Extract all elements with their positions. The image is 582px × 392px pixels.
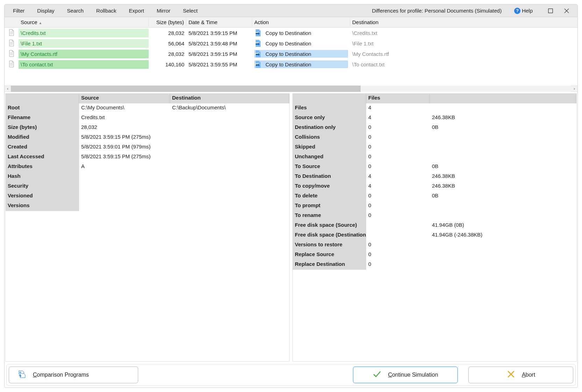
- document-icon: [8, 39, 15, 46]
- stat-row: To rename0: [293, 211, 576, 221]
- stat-row: Replace Source0: [293, 250, 576, 260]
- document-icon: [8, 60, 15, 67]
- stat-row: Free disk space (Source)41.94GB (0B): [293, 221, 576, 231]
- stat-value: 0: [366, 240, 430, 250]
- scroll-left-icon[interactable]: ‹: [5, 86, 11, 92]
- stat-label: To copy/move: [293, 182, 366, 191]
- stat-value2: 41.94GB (-246.38KB): [430, 231, 576, 240]
- stat-row: To delete00B: [293, 191, 576, 201]
- scroll-right-icon[interactable]: ›: [571, 86, 577, 92]
- stat-row: Replace Destination0: [293, 260, 576, 270]
- action-cell[interactable]: Copy to Destination: [254, 50, 348, 58]
- menu-select[interactable]: Select: [177, 6, 203, 15]
- svg-rect-0: [548, 9, 553, 13]
- action-cell[interactable]: Copy to Destination: [254, 29, 348, 37]
- menu-display[interactable]: Display: [31, 6, 60, 15]
- window-close-button[interactable]: [559, 6, 575, 16]
- stat-value: 4: [366, 113, 430, 123]
- horizontal-scrollbar[interactable]: ‹ ›: [5, 86, 577, 92]
- detail-label: Filename: [6, 113, 79, 123]
- help-button[interactable]: ? Help: [509, 8, 538, 14]
- date-cell: 5/8/2021 3:59:15 PM: [186, 50, 252, 58]
- stat-value2: [430, 250, 576, 260]
- detail-label: Created: [6, 143, 79, 152]
- menu-search[interactable]: Search: [62, 6, 90, 15]
- table-row[interactable]: \File 1.txt56,0645/8/2021 3:59:48 PMCopy…: [5, 38, 577, 49]
- detail-value: Credits.txt: [79, 113, 170, 123]
- table-row[interactable]: \My Contacts.rtf28,0325/8/2021 3:59:15 P…: [5, 49, 577, 59]
- stat-value: 0: [366, 133, 430, 143]
- detail-value: [79, 182, 170, 191]
- detail-value: 5/8/2021 3:59:15 PM (275ms): [79, 152, 170, 162]
- detail-label: Modified: [6, 133, 79, 143]
- column-headers: Source▲ Size (bytes) Date & Time Action …: [5, 17, 577, 28]
- column-destination[interactable]: Destination: [350, 18, 577, 27]
- column-size[interactable]: Size (bytes): [149, 18, 186, 27]
- window-maximize-button[interactable]: [542, 6, 559, 16]
- column-date[interactable]: Date & Time: [186, 18, 252, 27]
- detail-label: Size (bytes): [6, 123, 79, 133]
- detail-value: [79, 191, 170, 201]
- size-cell: 56,064: [149, 39, 186, 48]
- menu-rollback[interactable]: Rollback: [91, 6, 122, 15]
- stat-value: 0: [366, 201, 430, 211]
- stat-value2: [430, 260, 576, 270]
- size-cell: 28,032: [149, 29, 186, 37]
- menu-export[interactable]: Export: [123, 6, 150, 15]
- stat-row: Collisions0: [293, 133, 576, 143]
- stat-value2: [430, 133, 576, 143]
- stat-value2: [430, 240, 576, 250]
- table-row[interactable]: \Credits.txt28,0325/8/2021 3:59:15 PMCop…: [5, 28, 577, 38]
- action-cell[interactable]: Copy to Destination: [254, 39, 348, 47]
- stat-label: Replace Destination: [293, 260, 366, 270]
- detail-label: Versioned: [6, 191, 79, 201]
- stat-label: To Source: [293, 162, 366, 172]
- detail-label: Root: [6, 103, 79, 113]
- details-header-dest: Destination: [170, 94, 289, 103]
- menu-mirror[interactable]: Mirror: [151, 6, 176, 15]
- stat-value2: [430, 152, 576, 162]
- source-cell: \Credits.txt: [19, 29, 149, 37]
- stat-value2: [430, 143, 576, 152]
- stat-row: To prompt0: [293, 201, 576, 211]
- stat-value: 0: [366, 162, 430, 172]
- abort-button[interactable]: Abort: [468, 366, 573, 383]
- detail-value: [79, 201, 170, 211]
- footer-buttons: Comparison Programs Continue Simulation …: [6, 364, 576, 386]
- detail-label: Hash: [6, 172, 79, 182]
- stat-row: Files4: [293, 103, 576, 113]
- comparison-programs-button[interactable]: Comparison Programs: [9, 366, 138, 383]
- source-cell: \My Contacts.rtf: [19, 50, 149, 58]
- action-cell[interactable]: Copy to Destination: [254, 60, 348, 68]
- help-label: Help: [522, 8, 533, 14]
- column-source[interactable]: Source▲: [19, 18, 149, 27]
- stat-label: Files: [293, 103, 366, 113]
- stat-value: 4: [366, 172, 430, 182]
- menu-filter[interactable]: Filter: [7, 6, 30, 15]
- destination-cell: \File 1.txt: [350, 39, 577, 48]
- stat-value: 0: [366, 123, 430, 133]
- table-row[interactable]: \To contact.txt140,1605/8/2021 3:59:55 P…: [5, 59, 577, 70]
- stat-label: Collisions: [293, 133, 366, 143]
- stat-value: 0: [366, 211, 430, 221]
- continue-simulation-button[interactable]: Continue Simulation: [353, 366, 458, 383]
- stat-row: To Source00B: [293, 162, 576, 172]
- stat-value2: [430, 201, 576, 211]
- stat-value: [366, 231, 430, 240]
- size-cell: 140,160: [149, 60, 186, 69]
- column-action[interactable]: Action: [252, 18, 350, 27]
- detail-label: Security: [6, 182, 79, 191]
- stat-value: [366, 221, 430, 231]
- stat-row: Source only4246.38KB: [293, 113, 576, 123]
- date-cell: 5/8/2021 3:59:15 PM: [186, 29, 252, 37]
- sort-asc-icon: ▲: [39, 21, 42, 25]
- stat-row: Unchanged0: [293, 152, 576, 162]
- stat-value: 4: [366, 182, 430, 191]
- stat-label: To Destination: [293, 172, 366, 182]
- stat-value2: 246.38KB: [430, 113, 576, 123]
- details-panel-left: Source Destination RootC:\My Documents\C…: [5, 93, 290, 362]
- stat-row: Skipped0: [293, 143, 576, 152]
- stat-value2: 0B: [430, 123, 576, 133]
- stat-row: To copy/move4246.38KB: [293, 182, 576, 191]
- details-panel-right: Files Files4Source only4246.38KBDestinat…: [292, 93, 577, 362]
